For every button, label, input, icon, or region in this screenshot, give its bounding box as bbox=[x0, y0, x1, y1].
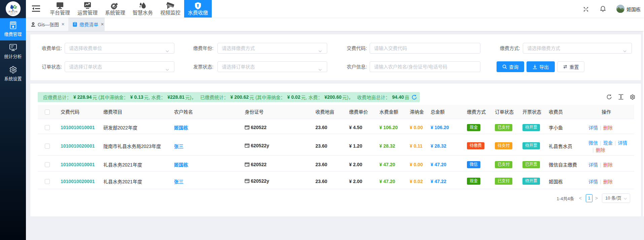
svg-text:瑞恩电气: 瑞恩电气 bbox=[10, 13, 16, 15]
svg-text:RIEON: RIEON bbox=[8, 10, 17, 13]
